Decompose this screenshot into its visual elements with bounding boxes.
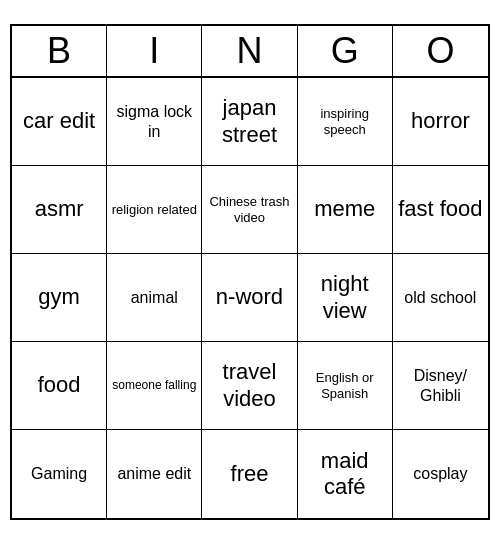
bingo-cell-4[interactable]: horror [393, 78, 488, 166]
bingo-cell-12[interactable]: n-word [202, 254, 297, 342]
bingo-cell-24[interactable]: cosplay [393, 430, 488, 518]
bingo-cell-0[interactable]: car edit [12, 78, 107, 166]
cell-text-10: gym [38, 284, 80, 310]
header-n: N [202, 26, 297, 76]
bingo-cell-9[interactable]: fast food [393, 166, 488, 254]
cell-text-23: maid café [302, 448, 388, 501]
cell-text-11: animal [131, 288, 178, 307]
bingo-cell-19[interactable]: Disney/ Ghibli [393, 342, 488, 430]
bingo-cell-13[interactable]: night view [298, 254, 393, 342]
bingo-cell-21[interactable]: anime edit [107, 430, 202, 518]
bingo-cell-3[interactable]: inspiring speech [298, 78, 393, 166]
bingo-cell-6[interactable]: religion related [107, 166, 202, 254]
cell-text-16: someone falling [112, 378, 196, 392]
bingo-cell-10[interactable]: gym [12, 254, 107, 342]
cell-text-12: n-word [216, 284, 283, 310]
bingo-cell-22[interactable]: free [202, 430, 297, 518]
bingo-cell-18[interactable]: English or Spanish [298, 342, 393, 430]
bingo-cell-11[interactable]: animal [107, 254, 202, 342]
cell-text-2: japan street [206, 95, 292, 148]
cell-text-20: Gaming [31, 464, 87, 483]
cell-text-22: free [231, 461, 269, 487]
cell-text-21: anime edit [117, 464, 191, 483]
header-g: G [298, 26, 393, 76]
cell-text-1: sigma lock in [111, 102, 197, 140]
bingo-cell-16[interactable]: someone falling [107, 342, 202, 430]
bingo-grid: car editsigma lock injapan streetinspiri… [12, 78, 488, 518]
cell-text-17: travel video [206, 359, 292, 412]
header-b: B [12, 26, 107, 76]
cell-text-0: car edit [23, 108, 95, 134]
cell-text-9: fast food [398, 196, 482, 222]
cell-text-8: meme [314, 196, 375, 222]
bingo-cell-2[interactable]: japan street [202, 78, 297, 166]
header-i: I [107, 26, 202, 76]
bingo-cell-15[interactable]: food [12, 342, 107, 430]
cell-text-6: religion related [112, 202, 197, 218]
bingo-cell-5[interactable]: asmr [12, 166, 107, 254]
cell-text-3: inspiring speech [302, 106, 388, 137]
cell-text-15: food [38, 372, 81, 398]
header-o: O [393, 26, 488, 76]
bingo-cell-20[interactable]: Gaming [12, 430, 107, 518]
cell-text-18: English or Spanish [302, 370, 388, 401]
bingo-header: B I N G O [12, 26, 488, 78]
bingo-cell-8[interactable]: meme [298, 166, 393, 254]
bingo-cell-1[interactable]: sigma lock in [107, 78, 202, 166]
cell-text-7: Chinese trash video [206, 194, 292, 225]
cell-text-5: asmr [35, 196, 84, 222]
cell-text-14: old school [404, 288, 476, 307]
cell-text-4: horror [411, 108, 470, 134]
cell-text-24: cosplay [413, 464, 467, 483]
cell-text-19: Disney/ Ghibli [397, 366, 484, 404]
cell-text-13: night view [302, 271, 388, 324]
bingo-cell-23[interactable]: maid café [298, 430, 393, 518]
bingo-cell-17[interactable]: travel video [202, 342, 297, 430]
bingo-cell-7[interactable]: Chinese trash video [202, 166, 297, 254]
bingo-cell-14[interactable]: old school [393, 254, 488, 342]
bingo-card: B I N G O car editsigma lock injapan str… [10, 24, 490, 520]
